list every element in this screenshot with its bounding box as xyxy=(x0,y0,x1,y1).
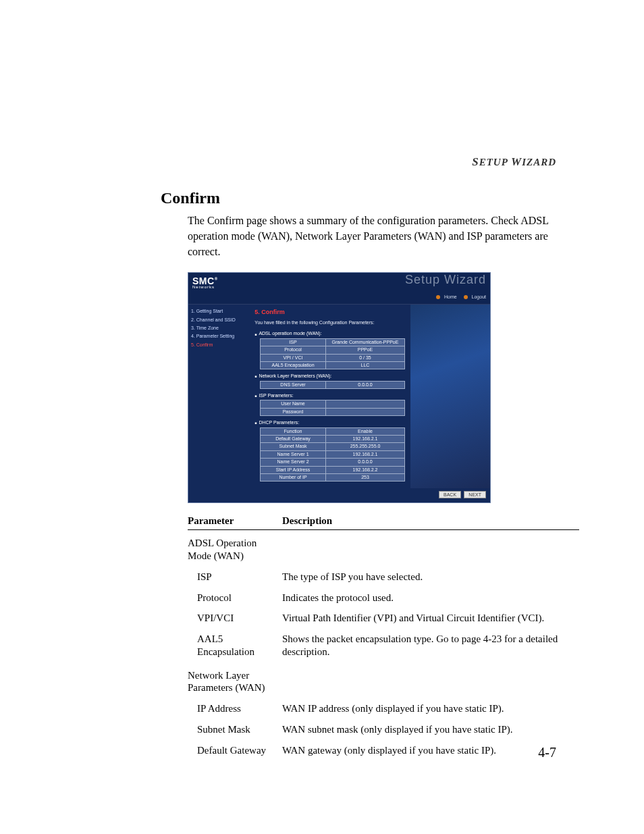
table-row: ProtocolIndicates the protocol used. xyxy=(188,588,579,608)
sidebar-step-1[interactable]: 1. Getting Start xyxy=(191,309,246,314)
parameter-table: Parameter Description ADSL Operation Mod… xyxy=(188,513,579,760)
sidebar-step-5[interactable]: 5. Confirm xyxy=(191,342,246,348)
param-value-cell: 0.0.0.0 xyxy=(325,459,405,466)
table-row: Subnet Mask255.255.255.0 xyxy=(261,443,405,450)
desc-cell: WAN IP address (only displayed if you ha… xyxy=(282,698,579,719)
param-name-cell: ISP xyxy=(261,338,325,346)
desc-cell: WAN subnet mask (only displayed if you h… xyxy=(282,719,579,740)
shot-button-bar: BACK NEXT xyxy=(188,488,490,502)
desc-cell: Shows the packet encapsulation type. Go … xyxy=(282,629,579,662)
param-header: Parameter xyxy=(188,513,282,530)
running-head: SETUP WIZARD xyxy=(472,155,556,169)
shot-main-desc: You have filled in the following Configu… xyxy=(254,320,405,325)
desc-cell: Virtual Path Identifier (VPI) and Virtua… xyxy=(282,608,579,629)
param-name-cell: User Name xyxy=(261,400,325,408)
param-name-cell: Name Server 2 xyxy=(261,459,325,466)
table-row: AAL5 EncapsulationShows the packet encap… xyxy=(188,629,579,662)
param-cell: IP Address xyxy=(188,698,282,719)
table-row: Network Layer Parameters (WAN) xyxy=(188,662,579,699)
table-row: User Name xyxy=(261,400,405,408)
intro-text: The Confirm page shows a summary of the … xyxy=(188,213,556,260)
shot-main: 5. Confirm You have filled in the follow… xyxy=(249,305,410,488)
param-name-cell: Number of IP xyxy=(261,473,325,481)
config-mini-table: User NamePassword xyxy=(260,400,405,416)
desc-cell: WAN gateway (only displayed if you have … xyxy=(282,740,579,761)
config-screenshot: SMC® Networks Setup Wizard Home Logout 1… xyxy=(188,272,491,504)
param-name-cell: Function xyxy=(261,427,325,435)
param-name-cell: AAL5 Encapsulation xyxy=(261,361,325,369)
table-row: Name Server 1192.168.2.1 xyxy=(261,450,405,458)
brand-logo: SMC® xyxy=(192,276,218,286)
param-name-cell: Start IP Address xyxy=(261,466,325,473)
running-head-text: ETUP xyxy=(479,157,508,167)
param-value-cell xyxy=(325,408,405,415)
param-name-cell: Default Gateway xyxy=(261,436,325,443)
table-row: Name Server 20.0.0.0 xyxy=(261,459,405,466)
table-row: Default GatewayWAN gateway (only display… xyxy=(188,740,579,761)
param-name-cell: Name Server 1 xyxy=(261,450,325,458)
param-name-cell: DNS Server xyxy=(261,381,325,388)
param-name-cell: Password xyxy=(261,408,325,415)
shot-header: SMC® Networks Setup Wizard xyxy=(188,273,490,293)
brand-sub: Networks xyxy=(192,285,218,290)
table-row: FunctionEnable xyxy=(261,427,405,435)
next-button[interactable]: NEXT xyxy=(464,491,486,498)
brand-block: SMC® Networks xyxy=(192,276,218,290)
logout-link[interactable]: Logout xyxy=(461,294,486,300)
param-cell: VPI/VCI xyxy=(188,608,282,629)
config-mini-table: DNS Server0.0.0.0 xyxy=(260,381,405,389)
table-row: Number of IP253 xyxy=(261,473,405,481)
shot-decorative-panel xyxy=(410,305,490,488)
param-value-cell: 0.0.0.0 xyxy=(325,381,405,388)
sidebar-step-3[interactable]: 3. Time Zone xyxy=(191,325,246,331)
param-cell: ISP xyxy=(188,567,282,588)
param-value-cell: 192.168.2.1 xyxy=(325,450,405,458)
logout-icon xyxy=(464,295,468,299)
param-value-cell: LLC xyxy=(325,361,405,369)
desc-cell: Indicates the protocol used. xyxy=(282,588,579,608)
desc-header: Description xyxy=(282,513,579,530)
config-mini-table: FunctionEnableDefault Gateway192.168.2.1… xyxy=(260,427,405,482)
shot-body: 1. Getting Start2. Channel and SSID3. Ti… xyxy=(188,305,490,488)
param-cell: Default Gateway xyxy=(188,740,282,761)
config-mini-table: ISPGrande Communication-PPPoEProtocolPPP… xyxy=(260,338,405,370)
table-row: VPI/VCIVirtual Path Identifier (VPI) and… xyxy=(188,608,579,629)
desc-cell: The type of ISP you have selected. xyxy=(282,567,579,588)
table-row: Subnet MaskWAN subnet mask (only display… xyxy=(188,719,579,740)
group-label: ISP Parameters: xyxy=(254,393,405,398)
table-row: AAL5 EncapsulationLLC xyxy=(261,361,405,369)
back-button[interactable]: BACK xyxy=(439,491,461,498)
home-icon xyxy=(436,295,440,299)
table-row: Default Gateway192.168.2.1 xyxy=(261,436,405,443)
section-title: Confirm xyxy=(161,189,556,207)
param-value-cell: Grande Communication-PPPoE xyxy=(325,338,405,346)
group-label: DHCP Parameters: xyxy=(254,420,405,425)
table-row: ADSL Operation Mode (WAN) xyxy=(188,530,579,567)
param-value-cell xyxy=(325,400,405,408)
param-value-cell: 192.168.2.2 xyxy=(325,466,405,473)
table-row: ISPThe type of ISP you have selected. xyxy=(188,567,579,588)
param-name-cell: Subnet Mask xyxy=(261,443,325,450)
shot-sidebar: 1. Getting Start2. Channel and SSID3. Ti… xyxy=(188,305,249,488)
param-cell: ADSL Operation Mode (WAN) xyxy=(188,530,282,567)
param-name-cell: Protocol xyxy=(261,346,325,354)
desc-cell xyxy=(282,662,579,699)
param-value-cell: 253 xyxy=(325,473,405,481)
param-cell: Subnet Mask xyxy=(188,719,282,740)
home-link[interactable]: Home xyxy=(433,294,457,300)
shot-main-title: 5. Confirm xyxy=(254,309,405,316)
param-cell: Protocol xyxy=(188,588,282,608)
param-cell: Network Layer Parameters (WAN) xyxy=(188,662,282,699)
table-row: Start IP Address192.168.2.2 xyxy=(261,466,405,473)
desc-cell xyxy=(282,530,579,567)
param-value-cell: Enable xyxy=(325,427,405,435)
table-row: Password xyxy=(261,408,405,415)
table-row: ProtocolPPPoE xyxy=(261,346,405,354)
sidebar-step-2[interactable]: 2. Channel and SSID xyxy=(191,317,246,323)
group-label: ADSL operation mode (WAN): xyxy=(254,331,405,336)
group-label: Network Layer Parameters (WAN): xyxy=(254,373,405,379)
param-value-cell: 192.168.2.1 xyxy=(325,436,405,443)
param-value-cell: 255.255.255.0 xyxy=(325,443,405,450)
sidebar-step-4[interactable]: 4. Parameter Setting xyxy=(191,334,246,339)
wizard-title: Setup Wizard xyxy=(405,273,486,288)
